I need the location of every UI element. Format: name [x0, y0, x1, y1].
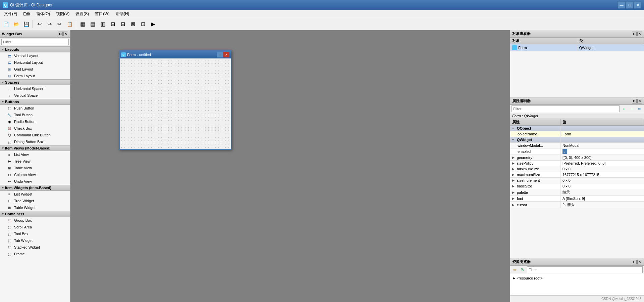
form-minimize-button[interactable]: —	[217, 52, 223, 57]
form-content[interactable]	[120, 58, 231, 149]
item-vertical-layout[interactable]: ⬒ Vertical Layout	[0, 52, 70, 59]
item-form-layout[interactable]: ⊟ Form Layout	[0, 73, 70, 79]
menu-file[interactable]: 文件(F)	[1, 10, 20, 17]
menu-help[interactable]: 帮助(H)	[113, 10, 132, 17]
res-root-item[interactable]: ▶ <resource root>	[512, 275, 643, 281]
property-editor-detach[interactable]: ⊟	[632, 99, 637, 103]
canvas-area[interactable]: 🔍 Q Form - untitled — ✕	[70, 30, 510, 302]
res-filter-input[interactable]	[527, 266, 643, 273]
form-window[interactable]: Q Form - untitled — ✕	[119, 50, 231, 150]
item-tool-button[interactable]: 🔧 Tool Button	[0, 112, 70, 118]
item-dialog-button[interactable]: ⬚ Dialog Button Box	[0, 138, 70, 145]
item-group-box[interactable]: ⬚ Group Box	[0, 217, 70, 224]
prop-category-qobject[interactable]: ▾ QObject	[510, 126, 644, 131]
prop-sizepolicy[interactable]: ▶ sizePolicy [Preferred, Preferred, 0, 0…	[510, 161, 644, 166]
layout5-button[interactable]: ⊟	[118, 19, 127, 29]
item-command-link[interactable]: ⬡ Command Link Button	[0, 132, 70, 138]
item-check-box[interactable]: ☑ Check Box	[0, 125, 70, 132]
item-column-view[interactable]: ⊟ Column View	[0, 171, 70, 178]
resource-browser-controls[interactable]: ⊟ ✕	[632, 260, 642, 264]
category-buttons[interactable]: ▾ Buttons	[0, 99, 70, 105]
category-layouts[interactable]: ▾ Layouts	[0, 46, 70, 52]
item-frame[interactable]: ⬚ Frame	[0, 251, 70, 257]
new-button[interactable]: 📄	[1, 19, 11, 29]
prop-font[interactable]: ▶ font A [SimSun, 9]	[510, 196, 644, 202]
resource-browser-detach[interactable]: ⊟	[632, 260, 637, 264]
prop-geometry[interactable]: ▶ geometry [(0, 0), 400 x 300]	[510, 155, 644, 161]
prop-cursor[interactable]: ▶ cursor ↖ 箭头	[510, 202, 644, 208]
redo-button[interactable]: ↪	[45, 19, 54, 29]
item-undo-view[interactable]: ↩ Undo View	[0, 178, 70, 185]
prop-remove-button[interactable]: −	[628, 105, 635, 112]
prop-maximumsize[interactable]: ▶ maximumSize 16777215 x 16777215	[510, 172, 644, 178]
cut-button[interactable]: ✂	[55, 19, 64, 29]
item-table-widget[interactable]: ⊞ Table Widget	[0, 204, 70, 211]
item-horizontal-layout[interactable]: ⬓ Horizontal Layout	[0, 59, 70, 66]
restore-button[interactable]: □	[626, 2, 633, 8]
item-radio-button[interactable]: ◉ Radio Button	[0, 118, 70, 125]
item-scroll-area[interactable]: ⬚ Scroll Area	[0, 224, 70, 230]
item-grid-layout[interactable]: ⊞ Grid Layout	[0, 66, 70, 73]
prop-objectname[interactable]: objectName Form	[510, 131, 644, 137]
minimize-button[interactable]: —	[618, 2, 625, 8]
object-inspector-close[interactable]: ✕	[637, 32, 642, 36]
menu-window[interactable]: 窗口(W)	[92, 10, 112, 17]
prop-palette[interactable]: ▶ palette 继承	[510, 189, 644, 196]
layout3-button[interactable]: ▥	[98, 19, 107, 29]
item-table-view[interactable]: ⊞ Table View	[0, 165, 70, 171]
prop-basesize[interactable]: ▶ baseSize 0 x 0	[510, 183, 644, 189]
window-controls[interactable]: — □ ✕	[618, 2, 641, 8]
object-inspector-detach[interactable]: ⊟	[632, 32, 637, 36]
menu-view[interactable]: 视图(V)	[53, 10, 72, 17]
prop-edit-button[interactable]: ✏	[636, 105, 643, 112]
menu-edit[interactable]: Edit	[20, 11, 33, 17]
prop-windowmodal[interactable]: windowModal... NonModal	[510, 143, 644, 148]
prop-minimumsize[interactable]: ▶ minimumSize 0 x 0	[510, 166, 644, 172]
item-tree-view[interactable]: ⊢ Tree View	[0, 158, 70, 165]
layout7-button[interactable]: ⊡	[138, 19, 148, 29]
copy-button[interactable]: 📋	[65, 19, 74, 29]
form-close-button[interactable]: ✕	[223, 52, 229, 57]
item-tool-box[interactable]: ⬚ Tool Box	[0, 230, 70, 237]
item-vertical-spacer[interactable]: ↕ Vertical Spacer	[0, 92, 70, 99]
widget-box-close[interactable]: ✕	[63, 32, 68, 36]
resource-browser-close[interactable]: ✕	[637, 260, 642, 264]
category-item-views[interactable]: ▾ Item Views (Model-Based)	[0, 145, 70, 151]
res-refresh-button[interactable]: ↻	[519, 266, 526, 273]
item-horizontal-spacer[interactable]: ↔ Horizontal Spacer	[0, 85, 70, 92]
property-editor-controls[interactable]: ⊟ ✕	[632, 99, 642, 103]
widget-box-detach[interactable]: ⊟	[58, 32, 63, 36]
save-button[interactable]: 💾	[21, 19, 31, 29]
menu-form[interactable]: 窗体(O)	[34, 10, 53, 17]
inspector-row-form[interactable]: Form QWidget	[510, 44, 644, 51]
item-tree-widget[interactable]: ⊢ Tree Widget	[0, 198, 70, 204]
widget-filter-input[interactable]	[1, 39, 69, 45]
open-button[interactable]: 📂	[11, 19, 21, 29]
prop-sizeincrement[interactable]: ▶ sizeIncrement 0 x 0	[510, 178, 644, 183]
widget-box-controls[interactable]: ⊟ ✕	[58, 32, 68, 36]
item-list-widget[interactable]: ≡ List Widget	[0, 191, 70, 198]
item-tab-widget[interactable]: ⬚ Tab Widget	[0, 237, 70, 244]
menu-settings[interactable]: 设置(S)	[73, 10, 92, 17]
res-edit-button[interactable]: ✏	[512, 266, 518, 273]
preview-button[interactable]: ▶	[148, 19, 158, 29]
prop-filter-input[interactable]	[512, 105, 620, 112]
layout1-button[interactable]: ▦	[78, 19, 87, 29]
object-inspector-controls[interactable]: ⊟ ✕	[632, 32, 642, 36]
layout4-button[interactable]: ⊞	[108, 19, 117, 29]
prop-category-qwidget[interactable]: ▾ QWidget	[510, 137, 644, 143]
category-spacers[interactable]: ▾ Spacers	[0, 79, 70, 85]
layout2-button[interactable]: ▤	[88, 19, 97, 29]
close-button[interactable]: ✕	[634, 2, 641, 8]
item-push-button[interactable]: ⬚ Push Button	[0, 105, 70, 112]
layout6-button[interactable]: ⊠	[128, 19, 138, 29]
undo-button[interactable]: ↩	[35, 19, 44, 29]
category-item-widgets[interactable]: ▾ Item Widgets (Item-Based)	[0, 185, 70, 191]
form-controls[interactable]: — ✕	[217, 52, 229, 57]
category-containers[interactable]: ▾ Containers	[0, 211, 70, 217]
item-stacked-widget[interactable]: ⬚ Stacked Widget	[0, 244, 70, 251]
property-editor-close[interactable]: ✕	[637, 99, 642, 103]
item-list-view[interactable]: ≡ List View	[0, 151, 70, 158]
prop-enabled[interactable]: enabled ✓	[510, 148, 644, 155]
prop-add-button[interactable]: +	[621, 105, 627, 112]
